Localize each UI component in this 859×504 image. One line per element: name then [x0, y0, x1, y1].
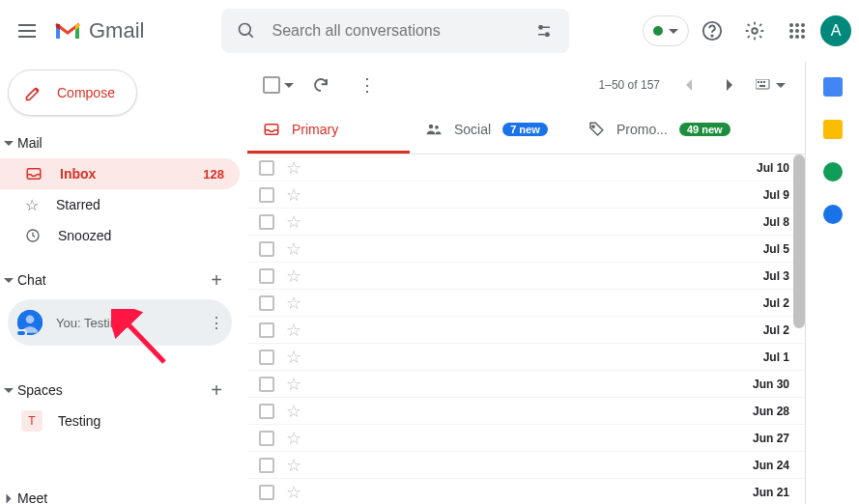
sidebar: Compose Mail Inbox128 ☆Starred Snoozed C… [0, 62, 247, 504]
chat-avatar-icon [17, 310, 43, 335]
next-page-button[interactable] [710, 66, 749, 104]
toolbar: ⋮ 1–50 of 157 [247, 62, 805, 108]
clock-icon [25, 228, 41, 243]
star-icon[interactable]: ☆ [286, 211, 301, 233]
mail-list[interactable]: ☆Jul 10☆Jul 9☆Jul 8☆Jul 5☆Jul 3☆Jul 2☆Ju… [247, 154, 805, 504]
star-icon[interactable]: ☆ [286, 401, 301, 422]
row-checkbox[interactable] [259, 187, 274, 203]
social-badge: 7 new [502, 123, 548, 136]
mail-date: Jul 2 [763, 323, 789, 337]
spaces-section-header[interactable]: Spaces+ [0, 375, 240, 406]
row-checkbox[interactable] [259, 268, 274, 284]
svg-rect-5 [547, 33, 549, 36]
settings-icon[interactable] [735, 12, 774, 50]
svg-rect-22 [756, 79, 769, 89]
mail-row[interactable]: ☆Jul 5 [247, 236, 805, 263]
mail-date: Jul 8 [763, 215, 789, 229]
people-icon [425, 121, 443, 138]
gmail-logo-area[interactable]: Gmail [50, 18, 159, 43]
input-tools-button[interactable] [751, 66, 789, 104]
row-checkbox[interactable] [259, 458, 274, 473]
mail-row[interactable]: ☆Jun 27 [247, 425, 805, 452]
keep-icon[interactable] [823, 120, 843, 139]
refresh-button[interactable] [301, 66, 340, 104]
search-icon[interactable] [229, 14, 264, 48]
tab-social[interactable]: Social7 new [410, 108, 572, 154]
mail-section-header[interactable]: Mail [0, 127, 240, 158]
mail-row[interactable]: ☆Jul 3 [247, 263, 805, 290]
mail-row[interactable]: ☆Jun 24 [247, 452, 805, 479]
sidebar-item-inbox[interactable]: Inbox128 [0, 158, 240, 189]
chat-conversation[interactable]: You: Testing ⋮ [8, 299, 232, 346]
mail-row[interactable]: ☆Jun 28 [247, 398, 805, 425]
compose-button[interactable]: Compose [8, 70, 137, 116]
row-checkbox[interactable] [259, 295, 274, 311]
support-icon[interactable] [693, 12, 731, 50]
svg-point-29 [435, 126, 439, 129]
row-checkbox[interactable] [259, 377, 274, 392]
more-button[interactable]: ⋮ [348, 66, 387, 104]
apps-icon[interactable] [778, 12, 816, 50]
mail-row[interactable]: ☆Jul 8 [247, 209, 805, 236]
search-input[interactable] [264, 22, 527, 40]
star-icon[interactable]: ☆ [286, 266, 301, 287]
pencil-icon [24, 83, 43, 102]
star-icon[interactable]: ☆ [286, 455, 301, 476]
mail-row[interactable]: ☆Jul 9 [247, 182, 805, 209]
tasks-icon[interactable] [823, 162, 843, 182]
mail-row[interactable]: ☆Jul 1 [247, 344, 805, 371]
svg-rect-25 [763, 81, 765, 83]
brand-text: Gmail [89, 18, 144, 43]
mail-row[interactable]: ☆Jul 10 [247, 154, 805, 182]
new-space-button[interactable]: + [205, 378, 228, 402]
search-bar[interactable] [221, 9, 569, 53]
promotions-badge: 49 new [679, 123, 730, 136]
star-icon[interactable]: ☆ [286, 347, 301, 368]
mail-row[interactable]: ☆Jun 30 [247, 371, 805, 398]
star-icon[interactable]: ☆ [286, 482, 301, 503]
scrollbar[interactable] [793, 154, 805, 328]
svg-point-9 [789, 23, 793, 27]
star-icon[interactable]: ☆ [286, 184, 301, 206]
mail-row[interactable]: ☆Jul 2 [247, 317, 805, 344]
meet-section-header[interactable]: Meet [0, 483, 240, 504]
svg-rect-4 [540, 26, 542, 29]
tab-primary[interactable]: Primary [247, 108, 410, 154]
star-icon[interactable]: ☆ [286, 374, 301, 395]
row-checkbox[interactable] [259, 404, 274, 419]
star-icon[interactable]: ☆ [286, 293, 301, 314]
chat-more-icon[interactable]: ⋮ [209, 314, 224, 332]
space-item[interactable]: TTesting [0, 406, 240, 436]
row-checkbox[interactable] [259, 431, 274, 446]
account-avatar[interactable]: A [820, 15, 851, 46]
status-selector[interactable] [643, 15, 689, 46]
inbox-icon [263, 121, 280, 138]
star-icon[interactable]: ☆ [286, 157, 301, 179]
sidebar-item-starred[interactable]: ☆Starred [0, 189, 240, 220]
svg-point-7 [711, 35, 712, 36]
prev-page-button[interactable] [670, 66, 708, 104]
mail-date: Jul 5 [763, 242, 789, 256]
star-icon[interactable]: ☆ [286, 428, 301, 449]
calendar-icon[interactable] [823, 77, 843, 97]
contacts-icon[interactable] [823, 205, 843, 224]
new-chat-button[interactable]: + [205, 268, 228, 292]
row-checkbox[interactable] [259, 214, 274, 230]
mail-row[interactable]: ☆Jun 21 [247, 479, 805, 504]
star-icon[interactable]: ☆ [286, 320, 301, 341]
search-options-icon[interactable] [527, 14, 561, 48]
mail-date: Jul 1 [763, 350, 789, 364]
row-checkbox[interactable] [259, 350, 274, 365]
star-icon[interactable]: ☆ [286, 238, 301, 260]
row-checkbox[interactable] [259, 485, 274, 500]
select-all[interactable] [263, 76, 294, 94]
mail-row[interactable]: ☆Jul 2 [247, 290, 805, 317]
row-checkbox[interactable] [259, 241, 274, 257]
chat-section-header[interactable]: Chat+ [0, 265, 240, 295]
main-menu-button[interactable] [8, 12, 46, 50]
tab-promotions[interactable]: Promo...49 new [572, 108, 746, 154]
sidebar-item-snoozed[interactable]: Snoozed [0, 220, 240, 251]
svg-point-8 [752, 28, 758, 34]
row-checkbox[interactable] [259, 322, 274, 338]
row-checkbox[interactable] [259, 160, 274, 176]
